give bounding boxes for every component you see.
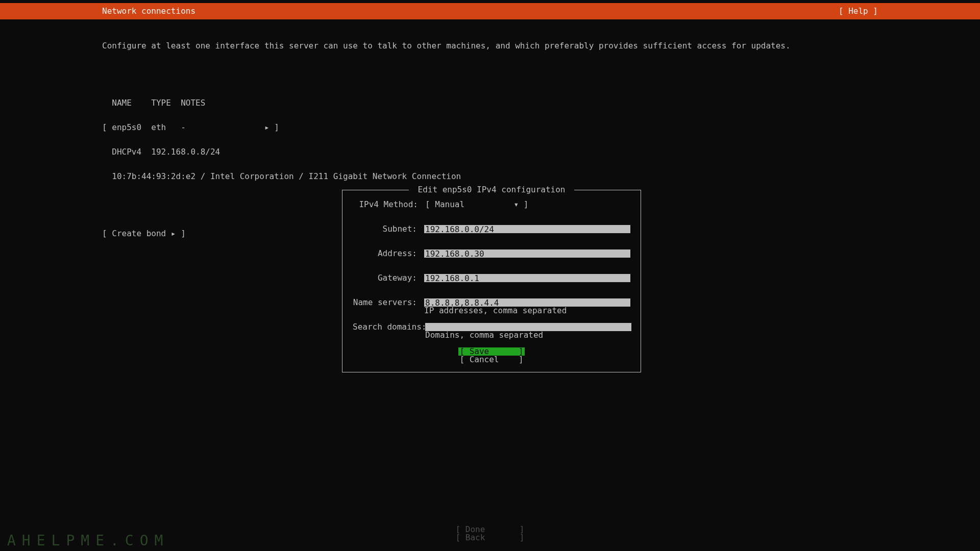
page-title: Network connections <box>102 7 195 15</box>
address-label: Address: <box>353 249 417 258</box>
name-servers-label: Name servers: <box>353 298 417 307</box>
ipv4-config-dialog: Edit enp5s0 IPv4 configuration IPv4 Meth… <box>342 190 641 372</box>
interface-entry-enp5s0[interactable]: [ enp5s0 eth - ▸ ] <box>102 123 878 132</box>
instructions-text: Configure at least one interface this se… <box>102 42 878 50</box>
help-button[interactable]: [ Help ] <box>839 7 878 15</box>
subnet-label: Subnet: <box>353 225 417 233</box>
gateway-input[interactable] <box>424 274 630 282</box>
interface-dhcp-line: DHCPv4 192.168.0.8/24 <box>102 148 878 156</box>
search-domains-label: Search domains: <box>353 323 418 331</box>
dialog-title: Edit enp5s0 IPv4 configuration <box>409 186 574 194</box>
installer-screen: Network connections [ Help ] Configure a… <box>0 0 980 551</box>
interface-list: NAME TYPE NOTES [ enp5s0 eth - ▸ ] DHCPv… <box>102 83 878 197</box>
search-domains-hint: Domains, comma separated <box>425 331 631 339</box>
interface-hw-line: 10:7b:44:93:2d:e2 / Intel Corporation / … <box>102 172 878 181</box>
watermark-text: AHELPME.COM <box>7 537 169 545</box>
name-servers-hint: IP addresses, comma separated <box>424 307 630 315</box>
interface-header: NAME TYPE NOTES <box>102 99 878 107</box>
back-button[interactable]: [ Back ] <box>456 534 525 542</box>
header-bar: Network connections [ Help ] <box>0 3 980 19</box>
subnet-input[interactable] <box>424 225 630 233</box>
address-input[interactable] <box>424 249 630 258</box>
gateway-label: Gateway: <box>353 274 417 282</box>
cancel-button[interactable]: [ Cancel ] <box>459 356 523 364</box>
ipv4-method-label: IPv4 Method: <box>353 201 418 209</box>
ipv4-method-select[interactable]: [ Manual ▾ ] <box>425 201 528 209</box>
